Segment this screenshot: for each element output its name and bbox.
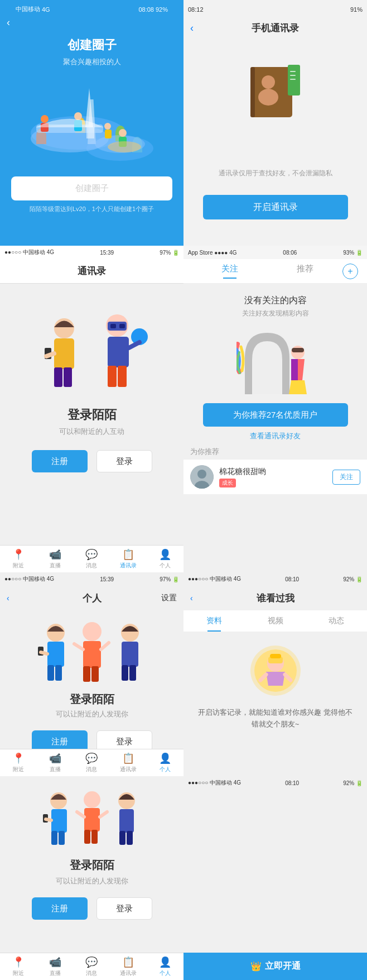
tab-recommend[interactable]: 推荐 bbox=[268, 264, 343, 279]
svg-rect-57 bbox=[122, 665, 128, 681]
svg-rect-25 bbox=[64, 367, 72, 387]
bnav2-contacts[interactable]: 📋 通讯录 bbox=[110, 956, 147, 977]
svg-rect-74 bbox=[84, 830, 90, 844]
open-contacts-button[interactable]: 开启通讯录 bbox=[203, 195, 348, 219]
svg-rect-23 bbox=[54, 338, 74, 369]
create-circle-title: 创建圈子 bbox=[67, 37, 117, 54]
tab-follow-active[interactable]: 关注 bbox=[192, 264, 268, 279]
svg-point-41 bbox=[197, 470, 206, 479]
nav-contacts-active[interactable]: 📋 通讯录 bbox=[110, 548, 147, 570]
svg-point-49 bbox=[83, 622, 102, 641]
vtab-profile[interactable]: 资料 bbox=[184, 610, 245, 632]
settings-button[interactable]: 设置 bbox=[161, 593, 177, 603]
bnav-messages-label: 消息 bbox=[86, 766, 97, 773]
svg-rect-81 bbox=[127, 831, 133, 845]
register-button-p2[interactable]: 注册 bbox=[32, 897, 88, 920]
recommend-user-row: 棉花糖很甜哟 成长 关注 bbox=[184, 460, 367, 494]
svg-line-36 bbox=[129, 342, 139, 348]
contacts-import-panel: 08:12 91% ‹ 手机通讯录 bbox=[184, 0, 367, 246]
personal2-btn-row: 注册 登录 bbox=[32, 897, 152, 920]
status-bar-addressbook: ●●○○○ 中国移动 4G 15:39 97% 🔋 bbox=[0, 246, 184, 259]
login-button-p2[interactable]: 登录 bbox=[96, 897, 152, 920]
svg-rect-69 bbox=[59, 831, 65, 845]
addressbook-login-sub: 可以和附近的人互动 bbox=[59, 427, 124, 437]
svg-rect-51 bbox=[83, 666, 90, 682]
svg-rect-79 bbox=[119, 809, 134, 833]
user-avatar-1 bbox=[190, 465, 214, 489]
nav-personal[interactable]: 👤 个人 bbox=[147, 548, 184, 570]
bnav-personal-icon: 👤 bbox=[159, 752, 171, 764]
bnav-live[interactable]: 📹 直播 bbox=[37, 752, 74, 773]
battery-personal: 97% 🔋 bbox=[160, 576, 179, 582]
svg-rect-75 bbox=[91, 830, 98, 844]
bnav-live-label: 直播 bbox=[50, 766, 61, 773]
svg-rect-4 bbox=[86, 127, 94, 138]
personal2-login-title: 登录陌陌 bbox=[70, 858, 114, 873]
back-button-personal[interactable]: ‹ bbox=[7, 594, 9, 603]
vtab-dynamic[interactable]: 动态 bbox=[306, 610, 367, 632]
nav-nearby[interactable]: 📍 附近 bbox=[0, 548, 37, 570]
bnav2-messages[interactable]: 💬 消息 bbox=[74, 956, 110, 977]
svg-line-54 bbox=[101, 643, 109, 649]
recommend-btn[interactable]: 为你推荐27名优质用户 bbox=[203, 403, 348, 427]
bnav2-personal-active[interactable]: 👤 个人 bbox=[147, 956, 184, 977]
bnav-nearby[interactable]: 📍 附近 bbox=[0, 752, 37, 773]
bnav2-nearby[interactable]: 📍 附近 bbox=[0, 956, 37, 977]
svg-rect-52 bbox=[91, 666, 99, 682]
personal-label: 个人 bbox=[160, 562, 171, 570]
bnav-contacts[interactable]: 📋 通讯录 bbox=[110, 752, 147, 773]
bnav-contacts-label: 通讯录 bbox=[120, 766, 137, 773]
svg-line-53 bbox=[74, 644, 83, 649]
battery-v2: 92% 🔋 bbox=[343, 780, 363, 786]
follow-user-button-1[interactable]: 关注 bbox=[332, 470, 360, 485]
nav-live[interactable]: 📹 直播 bbox=[37, 548, 74, 570]
svg-line-48 bbox=[41, 652, 47, 654]
addressbook-panel: ●●○○○ 中国移动 4G 15:39 97% 🔋 通讯录 bbox=[0, 246, 184, 572]
bnav-nearby-icon: 📍 bbox=[12, 752, 25, 764]
bnav2-personal-icon: 👤 bbox=[159, 956, 171, 968]
check-contacts-link[interactable]: 查看通讯录好友 bbox=[250, 431, 301, 441]
create-circle-input[interactable]: 创建圈子 bbox=[11, 176, 172, 200]
crown-icon: 👑 bbox=[250, 961, 262, 972]
create-circle-subtitle: 聚合兴趣相投的人 bbox=[63, 57, 121, 67]
create-circle-hint: 陌陌等级需达到Lv20，1个人只能创建1个圈子 bbox=[30, 205, 154, 213]
create-illustration bbox=[25, 77, 159, 166]
user-info-1: 棉花糖很甜哟 成长 bbox=[219, 467, 332, 487]
svg-rect-46 bbox=[55, 665, 62, 681]
vtab-video[interactable]: 视频 bbox=[245, 610, 306, 632]
svg-rect-50 bbox=[83, 641, 101, 668]
back-visitors[interactable]: ‹ bbox=[190, 594, 193, 603]
bnav2-messages-icon: 💬 bbox=[85, 956, 98, 968]
bnav-messages[interactable]: 💬 消息 bbox=[74, 752, 110, 773]
svg-rect-24 bbox=[54, 367, 62, 387]
svg-line-76 bbox=[77, 812, 84, 817]
visitors-nav-bar: ‹ 谁看过我 bbox=[184, 586, 367, 610]
register-button-ab[interactable]: 注册 bbox=[32, 450, 88, 472]
visitors2-panel: ●●●○○○ 中国移动 4G 08:10 92% 🔋 👑 立即开通 bbox=[184, 776, 367, 980]
back-button-create[interactable]: ‹ bbox=[7, 17, 10, 28]
open-visitors-button[interactable]: 👑 立即开通 bbox=[184, 953, 367, 980]
svg-rect-12 bbox=[105, 130, 112, 138]
nav-messages[interactable]: 💬 消息 bbox=[74, 548, 110, 570]
bnav-personal-active[interactable]: 👤 个人 bbox=[147, 752, 184, 773]
svg-rect-80 bbox=[119, 831, 125, 845]
svg-point-72 bbox=[84, 791, 100, 808]
svg-rect-17 bbox=[290, 75, 296, 76]
bnav2-live-icon: 📹 bbox=[49, 956, 61, 968]
login-button-ab[interactable]: 登录 bbox=[96, 450, 152, 472]
carrier-personal: ●●○○○ 中国移动 4G bbox=[4, 575, 54, 583]
for-recommend-label: 为你推荐 bbox=[184, 441, 367, 459]
personal-panel: ●●○○○ 中国移动 4G 15:39 97% 🔋 个人 设置 ‹ bbox=[0, 572, 184, 776]
contacts-label: 通讯录 bbox=[120, 562, 137, 570]
bnav2-contacts-icon: 📋 bbox=[122, 956, 134, 968]
add-follow-button[interactable]: + bbox=[342, 264, 358, 279]
bnav2-live[interactable]: 📹 直播 bbox=[37, 956, 74, 977]
svg-point-7 bbox=[74, 112, 82, 120]
svg-rect-44 bbox=[47, 642, 64, 667]
back-contacts[interactable]: ‹ bbox=[190, 22, 194, 34]
follow-empty-title: 没有关注的内容 bbox=[244, 295, 307, 307]
svg-rect-15 bbox=[288, 65, 300, 95]
contacts-desc: 通讯录仅用于查找好友，不会泄漏隐私 bbox=[219, 169, 332, 178]
bottom-nav-personal: 📍 附近 📹 直播 💬 消息 📋 通讯录 👤 个人 bbox=[0, 749, 184, 776]
personal-login-sub: 可以让附近的人发现你 bbox=[56, 709, 128, 719]
